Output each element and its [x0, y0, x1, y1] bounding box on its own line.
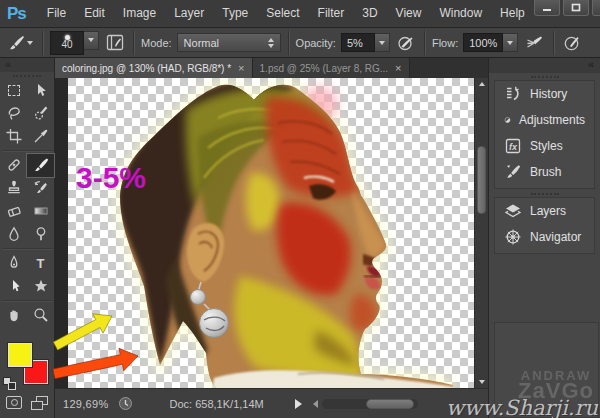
menu-layer[interactable]: Layer	[165, 0, 213, 27]
menu-help[interactable]: Help	[491, 0, 534, 27]
horizontal-scroll-thumb[interactable]	[366, 399, 414, 409]
panel-brush[interactable]: Brush	[495, 159, 594, 185]
eyedropper-tool[interactable]	[27, 125, 54, 148]
toggle-brush-panel-button[interactable]	[104, 33, 126, 52]
panel-navigator[interactable]: Navigator	[495, 224, 594, 250]
tab-1-psd[interactable]: 1.psd @ 25% (Layer 8, RG... ×	[253, 58, 410, 78]
custom-shape-tool[interactable]	[27, 275, 54, 298]
drag-handle[interactable]	[13, 75, 41, 77]
pressure-size-button[interactable]	[561, 33, 583, 53]
menu-view[interactable]: View	[387, 0, 431, 27]
lasso-tool[interactable]	[0, 102, 27, 125]
hand-tool[interactable]	[0, 304, 27, 327]
canvas-gutter	[55, 78, 68, 388]
tool-grid: T	[0, 252, 54, 298]
blur-icon	[6, 226, 22, 242]
history-brush-icon	[33, 180, 49, 196]
spot-healing-brush-tool[interactable]	[0, 154, 27, 177]
brush-size-dropdown[interactable]	[84, 31, 99, 50]
pen-pressure-size-icon	[563, 34, 581, 52]
chevron-down-icon	[379, 41, 385, 45]
airbrush-button[interactable]	[523, 33, 546, 53]
gradient-tool[interactable]	[27, 200, 54, 223]
drag-handle[interactable]	[531, 76, 559, 78]
flow-value[interactable]: 100%	[463, 33, 503, 52]
earring-small	[191, 290, 206, 305]
crop-tool[interactable]	[0, 125, 27, 148]
menu-edit[interactable]: Edit	[75, 0, 114, 27]
minimize-button[interactable]	[534, 0, 560, 16]
vertical-scrollbar[interactable]	[474, 78, 488, 388]
quick-mask-button[interactable]	[6, 396, 22, 409]
panel-adjustments[interactable]: Adjustments	[495, 107, 594, 133]
canvas-content: 3-5%	[55, 78, 488, 388]
panel-history[interactable]: History	[495, 81, 594, 107]
menu-3d[interactable]: 3D	[353, 0, 386, 27]
quick-selection-tool[interactable]	[27, 102, 54, 125]
panel-styles[interactable]: fx Styles	[495, 133, 594, 159]
drag-handle[interactable]	[531, 193, 559, 195]
brush-panel-icon	[504, 163, 522, 181]
tab-coloring-jpg[interactable]: coloring.jpg @ 130% (HAD, RGB/8*) * ×	[55, 58, 253, 78]
menu-window[interactable]: Window	[430, 0, 491, 27]
close-button[interactable]	[592, 0, 600, 16]
tool-grid	[0, 304, 54, 327]
toolbar-separator	[2, 248, 52, 250]
opacity-value[interactable]: 5%	[341, 33, 375, 52]
move-icon	[33, 82, 49, 98]
clone-stamp-tool[interactable]	[0, 177, 27, 200]
move-tool[interactable]	[27, 79, 54, 102]
panel-collapse-button[interactable]: «	[489, 58, 600, 73]
panel-group-1: History Adjustments fx Styles	[494, 80, 595, 189]
document-tabbar: coloring.jpg @ 130% (HAD, RGB/8*) * × 1.…	[55, 58, 488, 78]
menu-filter[interactable]: Filter	[309, 0, 354, 27]
marquee-tool[interactable]	[0, 79, 27, 102]
menu-file[interactable]: File	[38, 0, 75, 27]
opacity-dropdown[interactable]	[375, 33, 390, 52]
scroll-down-icon[interactable]	[479, 380, 485, 384]
flow-control[interactable]: 100%	[463, 33, 518, 52]
pressure-opacity-button[interactable]	[395, 33, 417, 53]
flow-dropdown[interactable]	[503, 33, 518, 52]
toolbar-collapse-button[interactable]: «	[0, 58, 54, 72]
blur-tool[interactable]	[0, 223, 27, 246]
dodge-icon	[33, 226, 49, 242]
horizontal-scroll-track[interactable]	[322, 399, 418, 409]
layers-icon	[504, 202, 522, 220]
blend-mode-select[interactable]: Normal	[177, 33, 281, 52]
zoom-tool[interactable]	[27, 304, 54, 327]
status-icon[interactable]	[118, 396, 133, 411]
tab-label: 1.psd @ 25% (Layer 8, RG...	[260, 63, 389, 74]
brush-preset-picker[interactable]	[5, 33, 35, 53]
eraser-tool[interactable]	[0, 200, 27, 223]
panel-label: Layers	[530, 204, 566, 218]
path-selection-tool[interactable]	[0, 275, 27, 298]
tool-grid	[0, 154, 54, 246]
panel-layers[interactable]: Layers	[495, 198, 594, 224]
screen-mode-button[interactable]	[31, 396, 48, 410]
brush-size-control[interactable]: 40	[50, 31, 99, 55]
vertical-scroll-thumb[interactable]	[477, 146, 486, 214]
history-brush-tool[interactable]	[27, 177, 54, 200]
tab-close-icon[interactable]: ×	[238, 63, 244, 73]
status-popup-icon[interactable]	[295, 399, 302, 409]
tab-close-icon[interactable]: ×	[395, 63, 401, 73]
menu-type[interactable]: Type	[213, 0, 257, 27]
canvas[interactable]: 3-5%	[68, 78, 474, 388]
foreground-color-swatch[interactable]	[8, 343, 32, 367]
separator	[42, 31, 43, 55]
portrait-image: 3-5%	[68, 78, 474, 388]
maximize-button[interactable]	[563, 0, 589, 16]
scroll-up-icon[interactable]	[479, 82, 485, 86]
horizontal-scrollbar[interactable]	[313, 399, 418, 409]
default-colors-icon[interactable]	[3, 377, 17, 391]
menu-select[interactable]: Select	[257, 0, 308, 27]
dodge-tool[interactable]	[27, 223, 54, 246]
pen-tool[interactable]	[0, 252, 27, 275]
menu-image[interactable]: Image	[114, 0, 165, 27]
brush-tool[interactable]	[27, 154, 54, 177]
scroll-left-icon[interactable]	[313, 400, 318, 408]
opacity-control[interactable]: 5%	[341, 33, 390, 52]
type-tool[interactable]: T	[27, 252, 54, 275]
zoom-level[interactable]: 129,69%	[63, 398, 109, 410]
